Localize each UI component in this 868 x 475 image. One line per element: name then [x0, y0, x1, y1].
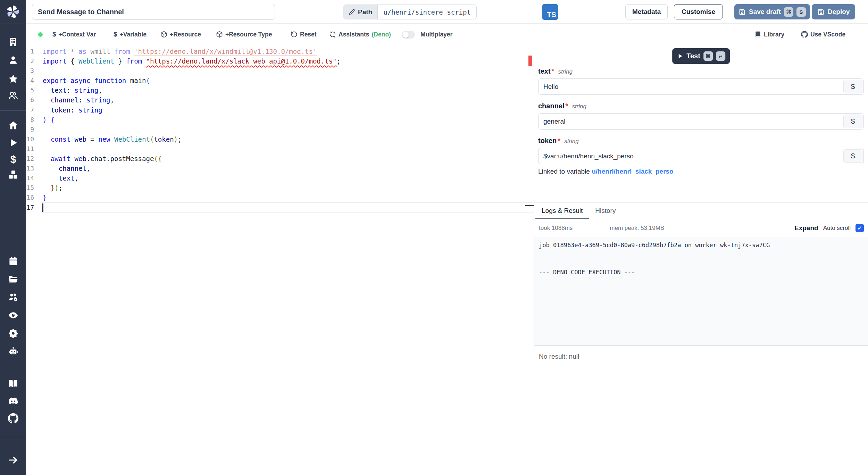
windmill-logo[interactable] — [6, 5, 20, 19]
arguments-form: text* string $ channel* string — [534, 67, 868, 183]
book-icon — [754, 31, 761, 38]
multiplayer-toggle[interactable] — [402, 31, 415, 39]
folder-open-icon[interactable] — [8, 274, 18, 284]
use-vscode-button[interactable]: Use VScode — [801, 24, 845, 45]
save-draft-button[interactable]: Save draft ⌘ S — [734, 4, 810, 19]
tab-logs-result[interactable]: Logs & Result — [535, 203, 589, 219]
overview-ruler[interactable] — [525, 45, 534, 475]
line-number: 16 — [26, 193, 34, 202]
code-line[interactable]: 15 }); — [26, 183, 534, 193]
required-mark: * — [552, 67, 554, 75]
sidebar-divider — [0, 24, 26, 24]
code-text — [34, 203, 43, 212]
script-summary-input[interactable] — [32, 4, 275, 20]
cubes-icon[interactable] — [8, 169, 18, 180]
code-line[interactable]: 2import { WebClient } from "https://deno… — [26, 56, 534, 66]
code-line[interactable]: 12 await web.chat.postMessage({ — [26, 154, 534, 164]
code-text: const web = new WebClient(token); — [34, 134, 182, 144]
code-line[interactable]: 10 const web = new WebClient(token); — [26, 134, 534, 144]
code-line[interactable]: 9 — [26, 125, 534, 134]
gear-icon[interactable] — [8, 328, 18, 339]
logs-output[interactable]: job 018963e4-a369-5cd0-80a9-c6d298b7fb2a… — [534, 237, 868, 346]
reset-button[interactable]: Reset — [291, 24, 317, 45]
line-number: 5 — [26, 85, 34, 95]
return-icon — [718, 53, 723, 59]
check-icon — [858, 225, 862, 231]
users-icon[interactable] — [8, 90, 18, 101]
run-meta-row: took 1088ms mem peak: 53.19MB Expand Aut… — [534, 219, 868, 237]
code-line[interactable]: 13 channel, — [26, 164, 534, 173]
code-text: } — [34, 193, 47, 202]
code-text: text, — [34, 173, 78, 183]
script-path[interactable]: u/henri/sincere_script — [378, 5, 476, 19]
dollar-icon[interactable]: $ — [8, 154, 18, 165]
code-line[interactable]: 1import * as wmill from 'https://deno.la… — [26, 47, 534, 56]
code-text: import * as wmill from 'https://deno.lan… — [34, 47, 317, 56]
edit-path-button[interactable]: Path — [343, 5, 378, 19]
line-number: 14 — [26, 173, 34, 183]
add-resource-type-button[interactable]: +Resource Type — [216, 24, 272, 45]
insert-variable-button[interactable]: $ — [843, 115, 862, 128]
run-duration: took 1088ms — [539, 225, 573, 232]
linked-variable-link[interactable]: u/henri/henri_slack_perso — [592, 168, 674, 175]
tab-history[interactable]: History — [589, 203, 622, 219]
add-resource-button[interactable]: +Resource — [160, 24, 201, 45]
robot-icon[interactable] — [8, 346, 18, 357]
text-arg-input[interactable] — [538, 78, 864, 95]
calendar-icon[interactable] — [8, 256, 18, 266]
code-line[interactable]: 4export async function main( — [26, 76, 534, 85]
customise-button[interactable]: Customise — [674, 4, 723, 19]
cmd-key: ⌘ — [784, 7, 793, 17]
code-line[interactable]: 16} — [26, 193, 534, 202]
code-line[interactable]: 11 — [26, 144, 534, 154]
code-text: }); — [34, 183, 62, 193]
metadata-button[interactable]: Metadata — [625, 4, 668, 19]
eye-icon[interactable] — [8, 310, 18, 320]
users-gear-icon[interactable] — [8, 292, 18, 302]
book-icon[interactable] — [8, 378, 18, 389]
expand-button[interactable]: Expand — [794, 224, 818, 232]
line-number: 12 — [26, 154, 34, 164]
insert-variable-button[interactable]: $ — [843, 80, 862, 93]
add-variable-button[interactable]: $ +Variable — [114, 24, 147, 45]
sidebar: $ — [0, 0, 26, 475]
code-line[interactable]: 14 text, — [26, 173, 534, 183]
field-type: string — [572, 103, 586, 110]
test-button[interactable]: Test ⌘ — [672, 48, 730, 64]
discord-icon[interactable] — [8, 396, 18, 406]
home-icon[interactable] — [8, 120, 18, 131]
autoscroll-checkbox[interactable] — [856, 224, 864, 232]
deploy-button[interactable]: Deploy — [812, 4, 855, 19]
channel-arg-input[interactable] — [538, 113, 864, 130]
refresh-icon — [329, 31, 336, 38]
code-text — [34, 144, 43, 154]
result-output: No result: null — [534, 346, 868, 367]
line-number: 3 — [26, 66, 34, 76]
code-text: channel, — [34, 164, 90, 173]
assistants-button[interactable]: Assistants (Deno) — [329, 24, 391, 45]
dollar-icon: $ — [52, 31, 56, 38]
code-line[interactable]: 3 — [26, 66, 534, 76]
play-icon[interactable] — [8, 138, 18, 148]
save-icon — [817, 8, 825, 16]
code-line[interactable]: 6 channel: string, — [26, 95, 534, 105]
multiplayer-label: Multiplayer — [420, 24, 452, 45]
code-line[interactable]: 5 text: string, — [26, 85, 534, 95]
editor-toolbar: $ +Context Var $ +Variable +Resource +Re… — [26, 24, 868, 45]
user-icon[interactable] — [8, 55, 18, 65]
insert-variable-button[interactable]: $ — [843, 149, 862, 163]
save-icon — [738, 8, 746, 16]
reset-icon — [291, 31, 298, 38]
code-editor[interactable]: 1import * as wmill from 'https://deno.la… — [26, 45, 534, 475]
add-context-var-button[interactable]: $ +Context Var — [52, 24, 96, 45]
code-line[interactable]: 8) { — [26, 115, 534, 125]
code-line[interactable]: 7 token: string — [26, 105, 534, 115]
main-area: Path u/henri/sincere_script TS Metadata … — [26, 0, 868, 475]
star-icon[interactable] — [8, 74, 18, 84]
code-line[interactable]: 17 — [26, 203, 534, 212]
arrow-right-icon[interactable] — [8, 455, 18, 465]
token-arg-input[interactable] — [538, 148, 864, 164]
library-button[interactable]: Library — [754, 24, 784, 45]
building-icon[interactable] — [8, 37, 18, 47]
github-icon[interactable] — [8, 413, 18, 424]
